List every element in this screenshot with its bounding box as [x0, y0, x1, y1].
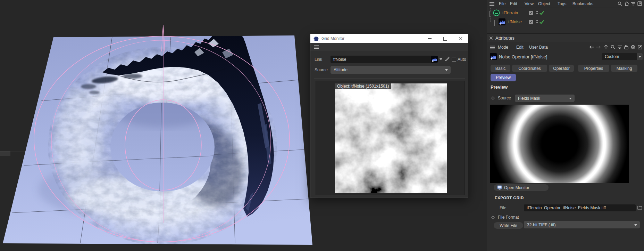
source-dropdown[interactable]: Fields Mask [515, 95, 575, 102]
object-row-tfterrain[interactable]: tfTerrain [487, 9, 644, 17]
write-file-label: Write File [500, 223, 517, 228]
application-window: Grid Monitor Link tfNoise [0, 0, 644, 251]
grid-object-info: Object: tfNoise (1501x1501) [335, 83, 391, 89]
collapse-toggle[interactable] [489, 11, 490, 17]
tab-coordinates[interactable]: Coordinates [512, 65, 547, 72]
open-monitor-label: Open Monitor [504, 185, 529, 190]
eyedropper-icon[interactable] [445, 56, 450, 61]
preset-value: Custom [602, 54, 619, 59]
tfnoise-icon[interactable] [499, 18, 505, 25]
menu-edit[interactable]: Edit [510, 1, 517, 6]
edit-badge-icon[interactable] [529, 11, 533, 15]
noise-texture [335, 83, 447, 193]
tfnoise-icon [490, 53, 497, 60]
forward-arrow-icon[interactable] [596, 45, 601, 49]
menu-tags[interactable]: Tags [558, 1, 566, 6]
diamond-key-icon[interactable] [491, 216, 495, 219]
panel-title: Attributes [495, 35, 515, 41]
window-title: Grid Monitor [321, 36, 344, 41]
chevron-down-icon [569, 98, 572, 99]
close-icon[interactable] [490, 37, 493, 40]
edit-badge-icon[interactable] [529, 20, 533, 24]
hamburger-menu-icon[interactable] [490, 2, 494, 6]
object-name[interactable]: tfNoise [508, 19, 522, 24]
object-title: Noise Operator [tfNoise] [499, 54, 547, 59]
link-input[interactable]: tfNoise [331, 56, 436, 63]
link-label: Link [315, 56, 322, 63]
object-manager: tfTerrain tfNoise [487, 8, 644, 33]
fields-mask-preview[interactable] [490, 105, 629, 183]
menu-object[interactable]: Object [538, 1, 550, 6]
write-file-button[interactable]: Write File [494, 222, 523, 229]
file-format-label: File Format [498, 214, 519, 221]
enabled-checkmark-icon[interactable] [540, 11, 544, 15]
hamburger-menu-icon[interactable] [314, 45, 319, 49]
open-monitor-button[interactable]: Open Monitor [494, 184, 549, 191]
file-format-dropdown[interactable]: 32-bit TIFF (.tif) [524, 221, 640, 228]
tab-operator[interactable]: Operator [549, 65, 574, 72]
source-label: Source [498, 95, 511, 102]
monitor-icon [497, 185, 502, 190]
menu-mode[interactable]: Mode [498, 45, 508, 50]
pop-out-icon[interactable] [638, 45, 642, 49]
noise-grid-image[interactable]: Object: tfNoise (1501x1501) [335, 83, 447, 193]
file-format-value: 32-bit TIFF (.tif) [527, 222, 555, 227]
target-icon[interactable] [631, 45, 635, 49]
attributes-tabs: Basic Coordinates Operator Properties Ma… [487, 65, 644, 72]
menu-view[interactable]: View [525, 1, 534, 6]
diamond-key-icon[interactable] [491, 96, 495, 100]
pop-out-icon[interactable] [637, 1, 642, 6]
attributes-menubar: Mode Edit User Data [487, 43, 644, 51]
export-grid-title: EXPORT GRID [495, 196, 524, 200]
object-row-tfnoise[interactable]: tfNoise [487, 18, 644, 26]
menu-bookmarks[interactable]: Bookmarks [572, 1, 593, 6]
object-manager-menubar: File Edit View Object Tags Bookmarks [487, 0, 644, 8]
grid-monitor-window[interactable]: Grid Monitor Link tfNoise [310, 34, 468, 197]
chevron-down-icon[interactable] [440, 58, 442, 60]
app-logo-icon [313, 36, 319, 41]
tab-basic[interactable]: Basic [491, 65, 510, 72]
tab-properties[interactable]: Properties [578, 65, 609, 72]
chevron-down-icon [637, 53, 643, 60]
preset-dropdown[interactable]: Custom [602, 53, 643, 60]
link-value: tfNoise [333, 57, 346, 62]
grid-monitor-titlebar[interactable]: Grid Monitor [310, 34, 468, 43]
file-label: File [500, 204, 506, 211]
expand-toggle[interactable] [494, 20, 495, 26]
menu-file[interactable]: File [499, 1, 505, 6]
right-panel: File Edit View Object Tags Bookmarks [487, 0, 644, 251]
object-name[interactable]: tfTerrain [502, 10, 518, 15]
visibility-dots[interactable] [536, 19, 538, 24]
menu-user-data[interactable]: User Data [529, 45, 548, 50]
search-icon[interactable] [611, 45, 615, 49]
file-path-input[interactable]: tfTerrain_Operator_tfNoise_Fields Mask.t… [524, 204, 636, 211]
chevron-down-icon [445, 69, 448, 71]
home-icon[interactable] [625, 1, 629, 6]
menu-edit[interactable]: Edit [516, 45, 524, 50]
file-path-value: tfTerrain_Operator_tfNoise_Fields Mask.t… [527, 205, 606, 210]
folder-icon[interactable] [637, 205, 642, 210]
lock-icon[interactable] [624, 44, 628, 49]
up-arrow-icon[interactable] [604, 44, 608, 49]
search-icon[interactable] [618, 1, 622, 6]
enabled-checkmark-icon[interactable] [540, 20, 544, 24]
divider [314, 78, 465, 79]
gm-source-dropdown[interactable]: Altitude [331, 66, 451, 74]
tfterrain-icon[interactable] [493, 9, 500, 16]
tab-masking[interactable]: Masking [611, 65, 637, 72]
hamburger-menu-icon[interactable] [490, 46, 495, 49]
minimize-button[interactable] [422, 34, 437, 43]
back-arrow-icon[interactable] [589, 45, 594, 49]
source-value: Fields Mask [518, 96, 540, 101]
grid-preview-panel: Object: tfNoise (1501x1501) [316, 81, 465, 195]
tab-preview-active[interactable]: Preview [491, 74, 516, 81]
visibility-dots[interactable] [536, 10, 538, 15]
filter-icon[interactable] [631, 2, 635, 6]
auto-checkbox[interactable] [452, 57, 456, 62]
attributes-object-header: Noise Operator [tfNoise] Custom [487, 52, 644, 62]
filter-icon[interactable] [618, 46, 622, 49]
gm-source-label: Source [315, 66, 328, 74]
maximize-button[interactable] [437, 34, 453, 43]
close-icon[interactable] [453, 34, 468, 43]
tfnoise-icon[interactable] [431, 56, 438, 63]
